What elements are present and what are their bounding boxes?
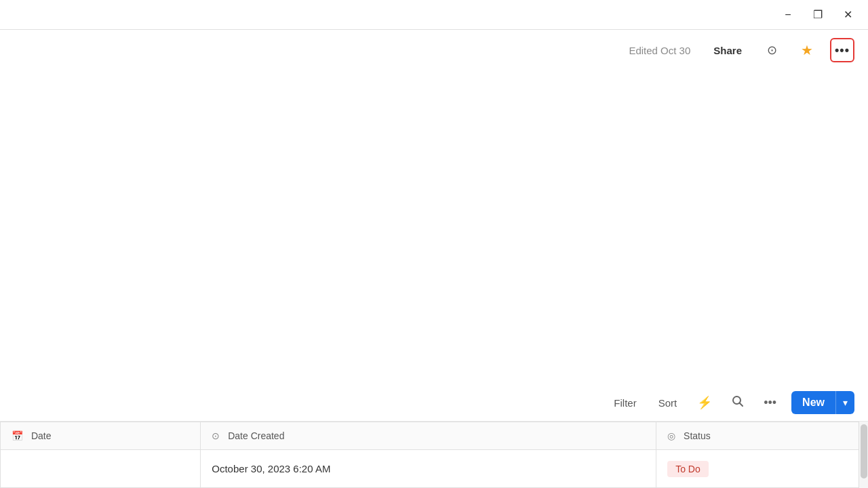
date-created-column-header: ⊙ Date Created <box>201 422 656 450</box>
search-button[interactable] <box>727 392 749 414</box>
filter-button[interactable]: Filter <box>608 394 642 411</box>
app-toolbar: Edited Oct 30 Share ⊙ ★ ••• <box>0 30 868 70</box>
close-button[interactable]: ✕ <box>835 3 860 27</box>
more-options-button[interactable]: ••• <box>830 38 854 62</box>
edited-timestamp: Edited Oct 30 <box>629 45 690 56</box>
date-column-header: 📅 Date <box>1 422 201 450</box>
new-button[interactable]: New <box>791 391 835 414</box>
scrollbar-thumb <box>861 424 867 479</box>
lightning-button[interactable]: ⚡ <box>693 392 716 413</box>
sort-button[interactable]: Sort <box>653 394 683 411</box>
new-dropdown-button[interactable]: ▾ <box>835 391 854 414</box>
window-controls: − ❐ ✕ <box>776 3 860 27</box>
status-column-header: ◎ Status <box>656 422 868 450</box>
table-toolbar: Filter Sort ⚡ ••• New ▾ <box>0 384 868 422</box>
calendar-icon: 📅 <box>12 430 23 441</box>
minimize-button[interactable]: − <box>776 3 800 27</box>
table-more-button[interactable]: ••• <box>760 393 781 413</box>
share-button[interactable]: Share <box>707 41 749 60</box>
status-badge: To Do <box>667 461 709 477</box>
restore-button[interactable]: ❐ <box>806 3 830 27</box>
status-cell: To Do <box>656 450 868 488</box>
history-button[interactable]: ⊙ <box>760 38 784 62</box>
table-header-row: 📅 Date ⊙ Date Created ◎ Status <box>1 422 868 450</box>
date-cell <box>1 450 201 488</box>
history-icon: ⊙ <box>767 43 777 58</box>
scrollbar[interactable] <box>859 422 868 488</box>
svg-line-2 <box>740 403 743 406</box>
main-content: Filter Sort ⚡ ••• New ▾ 📅 Date <box>0 70 868 488</box>
star-icon: ★ <box>801 42 813 58</box>
new-button-group: New ▾ <box>791 391 854 414</box>
data-table: 📅 Date ⊙ Date Created ◎ Status <box>0 422 868 488</box>
more-icon: ••• <box>835 43 850 58</box>
table-row: October 30, 2023 6:20 AM To Do <box>1 450 868 488</box>
status-icon: ◎ <box>667 430 675 441</box>
date-created-cell: October 30, 2023 6:20 AM <box>201 450 656 488</box>
star-button[interactable]: ★ <box>795 38 819 62</box>
search-icon <box>731 394 745 408</box>
clock-icon: ⊙ <box>212 430 220 441</box>
table-container: 📅 Date ⊙ Date Created ◎ Status <box>0 422 868 488</box>
title-bar: − ❐ ✕ <box>0 0 868 30</box>
